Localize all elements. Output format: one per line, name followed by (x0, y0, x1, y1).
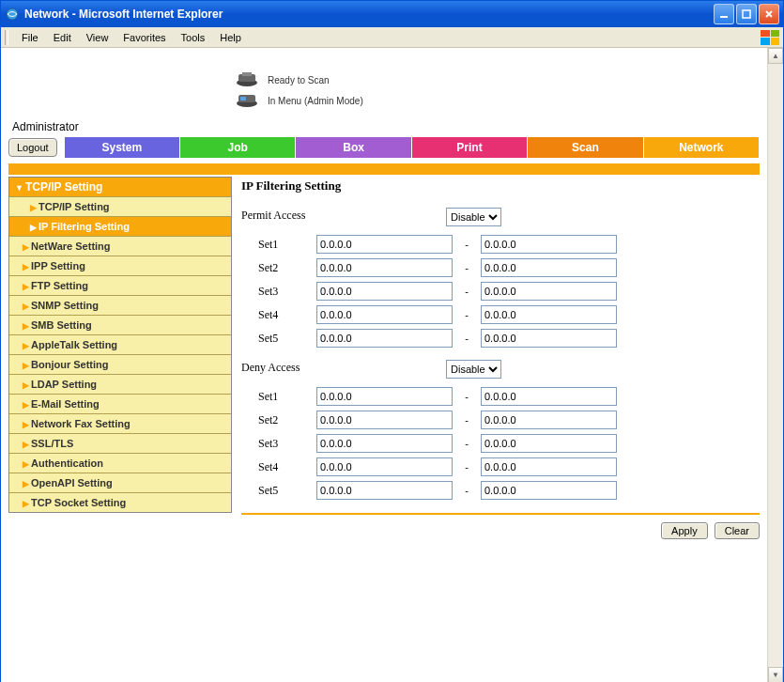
permit-set2-label: Set2 (241, 261, 316, 275)
menu-help[interactable]: Help (212, 30, 249, 45)
sidebar-item-ldap[interactable]: ▶LDAP Setting (9, 374, 231, 394)
permit-set5-from[interactable] (316, 329, 453, 348)
tab-scan[interactable]: Scan (528, 137, 643, 158)
printer-menu-icon (234, 92, 260, 109)
window-title: Network - Microsoft Internet Explorer (24, 8, 714, 21)
tab-system[interactable]: System (65, 137, 180, 158)
permit-set4-to[interactable] (481, 305, 617, 324)
apply-button[interactable]: Apply (661, 522, 708, 539)
window-controls (714, 4, 779, 24)
permit-set3-from[interactable] (316, 282, 453, 301)
orange-divider (8, 163, 760, 175)
permit-set4-label: Set4 (241, 308, 316, 322)
menu-edit[interactable]: Edit (46, 30, 79, 45)
sidebar-item-tcpsocket[interactable]: ▶TCP Socket Setting (9, 492, 231, 512)
dash: - (453, 438, 481, 449)
windows-flag-icon (761, 30, 779, 45)
sidebar-item-tcpip[interactable]: ▶TCP/IP Setting (9, 196, 231, 216)
menu-view[interactable]: View (79, 30, 116, 45)
device-status: Ready to Scan In Menu (Admin Mode) (234, 70, 760, 111)
dash: - (453, 286, 481, 297)
deny-access-label: Deny Access (241, 361, 446, 375)
dash: - (453, 309, 481, 320)
deny-set3-label: Set3 (241, 437, 316, 451)
deny-set2-to[interactable] (481, 411, 617, 429)
minimize-button[interactable] (714, 4, 734, 24)
permit-set4-from[interactable] (316, 305, 453, 324)
close-button[interactable] (759, 4, 779, 24)
orange-divider-bottom (241, 513, 760, 515)
deny-set3-from[interactable] (316, 434, 453, 453)
permit-set1-label: Set1 (241, 238, 316, 252)
dash: - (453, 414, 481, 426)
maximize-button[interactable] (736, 4, 757, 24)
permit-set3-to[interactable] (481, 282, 617, 301)
sidebar-item-smb[interactable]: ▶SMB Setting (9, 315, 231, 334)
menubar-grip (5, 30, 8, 45)
tab-job[interactable]: Job (180, 137, 296, 158)
permit-access-select[interactable]: Disable (446, 208, 501, 226)
sidebar-item-appletalk[interactable]: ▶AppleTalk Setting (9, 334, 231, 354)
menu-tools[interactable]: Tools (174, 30, 213, 45)
printer-icon (234, 71, 260, 88)
permit-set5-label: Set5 (241, 332, 316, 346)
sidebar-item-networkfax[interactable]: ▶Network Fax Setting (9, 413, 231, 433)
deny-set4-from[interactable] (316, 457, 453, 476)
deny-set5-to[interactable] (481, 481, 617, 500)
sidebar-item-ssltls[interactable]: ▶SSL/TLS (9, 433, 231, 453)
admin-label: Administrator (12, 120, 760, 133)
deny-set5-from[interactable] (316, 481, 453, 500)
sidebar-item-ipfiltering[interactable]: ▶IP Filtering Setting (9, 216, 231, 236)
deny-set1-to[interactable] (481, 387, 617, 406)
svg-rect-1 (720, 16, 728, 18)
deny-set3-to[interactable] (481, 434, 617, 453)
permit-set3-label: Set3 (241, 285, 316, 299)
tab-network[interactable]: Network (644, 137, 760, 158)
scroll-down-icon[interactable]: ▼ (768, 667, 783, 682)
sidebar: ▼TCP/IP Setting ▶TCP/IP Setting ▶IP Filt… (8, 177, 232, 513)
permit-set2-to[interactable] (481, 258, 617, 277)
deny-set2-label: Set2 (241, 413, 316, 427)
page-content: Ready to Scan In Menu (Admin Mode) Admin… (1, 48, 783, 547)
sidebar-header[interactable]: ▼TCP/IP Setting (9, 178, 231, 196)
deny-set2-from[interactable] (316, 411, 453, 429)
menu-favorites[interactable]: Favorites (115, 30, 173, 45)
dash: - (453, 333, 481, 344)
permit-set1-from[interactable] (316, 235, 453, 254)
deny-access-select[interactable]: Disable (446, 360, 501, 379)
sidebar-item-bonjour[interactable]: ▶Bonjour Setting (9, 354, 231, 374)
logout-button[interactable]: Logout (8, 138, 57, 157)
permit-access-label: Permit Access (241, 209, 446, 223)
sidebar-item-ftp[interactable]: ▶FTP Setting (9, 275, 231, 295)
dash: - (453, 391, 481, 402)
sidebar-item-netware[interactable]: ▶NetWare Setting (9, 236, 231, 256)
sidebar-item-authentication[interactable]: ▶Authentication (9, 453, 231, 473)
permit-set1-to[interactable] (481, 235, 617, 254)
page-title: IP Filtering Setting (241, 178, 760, 194)
tab-box[interactable]: Box (296, 137, 411, 158)
scroll-up-icon[interactable]: ▲ (768, 48, 783, 64)
deny-set4-label: Set4 (241, 460, 316, 474)
status-text-1: Ready to Scan (268, 75, 330, 85)
deny-set4-to[interactable] (481, 457, 617, 476)
deny-set5-label: Set5 (241, 484, 316, 498)
main-panel: IP Filtering Setting Permit Access Disab… (241, 177, 760, 539)
permit-set5-to[interactable] (481, 329, 617, 348)
viewport: ▲ ▼ Ready to Scan In Menu (Admin Mode) (1, 48, 783, 682)
svg-rect-5 (242, 72, 252, 76)
dash: - (453, 461, 481, 473)
sidebar-item-ipp[interactable]: ▶IPP Setting (9, 256, 231, 275)
top-toolbar: Logout System Job Box Print Scan Network (8, 137, 760, 158)
deny-set1-from[interactable] (316, 387, 453, 406)
sidebar-item-openapi[interactable]: ▶OpenAPI Setting (9, 473, 231, 492)
vertical-scrollbar[interactable]: ▲ ▼ (767, 48, 783, 682)
menu-file[interactable]: File (14, 30, 46, 45)
sidebar-item-snmp[interactable]: ▶SNMP Setting (9, 295, 231, 315)
svg-rect-8 (240, 97, 246, 101)
menubar: File Edit View Favorites Tools Help (1, 27, 783, 48)
permit-set2-from[interactable] (316, 258, 453, 277)
svg-point-0 (7, 8, 18, 20)
clear-button[interactable]: Clear (715, 522, 760, 539)
sidebar-item-email[interactable]: ▶E-Mail Setting (9, 394, 231, 413)
tab-print[interactable]: Print (412, 137, 528, 158)
